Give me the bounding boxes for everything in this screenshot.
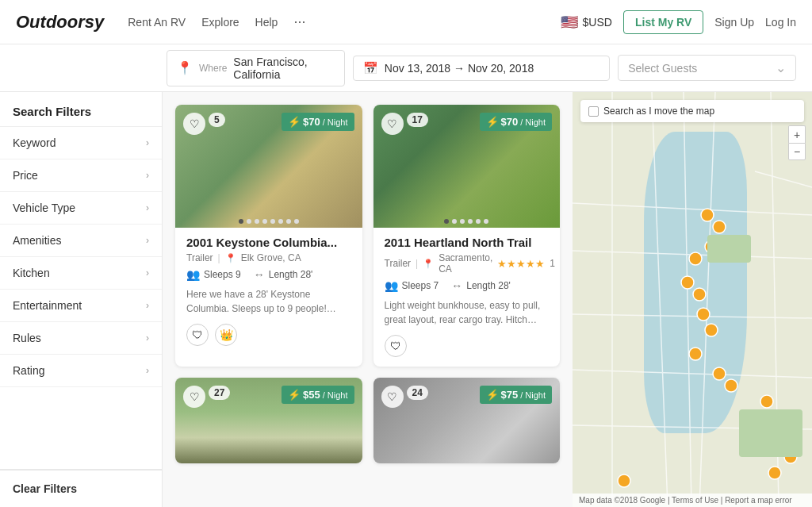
chevron-right-icon: › xyxy=(146,267,149,278)
filter-vehicle-type[interactable]: Vehicle Type › xyxy=(0,192,162,225)
filter-rating[interactable]: Rating › xyxy=(0,355,162,387)
svg-point-20 xyxy=(713,367,726,380)
map-footer: Map data ©2018 Google | Terms of Use | R… xyxy=(573,494,812,507)
filter-kitchen-label: Kitchen xyxy=(13,267,50,279)
length-icon-1: ↔ xyxy=(254,268,265,281)
filter-kitchen[interactable]: Kitchen › xyxy=(0,257,162,290)
svg-point-21 xyxy=(725,379,737,392)
map-background: Search as I move the map + − Map data ©2… xyxy=(573,92,812,507)
svg-point-18 xyxy=(705,324,718,336)
map-zoom-in[interactable]: + xyxy=(788,125,806,143)
price-badge-1: ⚡ $70 / Night xyxy=(282,113,354,131)
currency-label: $USD xyxy=(583,16,612,29)
clear-filters-button[interactable]: Clear Filters xyxy=(0,469,162,507)
svg-point-26 xyxy=(618,474,630,487)
nav-explore[interactable]: Explore xyxy=(201,16,239,29)
filter-rating-label: Rating xyxy=(13,364,44,377)
price-night-2: / Night xyxy=(520,117,546,127)
location-icon: 📍 xyxy=(177,60,193,75)
shield-badge-1: 🛡 xyxy=(186,324,209,346)
fav-count-3: 27 xyxy=(209,386,230,400)
logo[interactable]: Outdoorsy xyxy=(16,12,104,33)
filter-entertainment[interactable]: Entertainment › xyxy=(0,290,162,322)
bolt-icon-1: ⚡ xyxy=(288,116,301,128)
meta-sep-2: | xyxy=(416,258,418,269)
favorite-button-1[interactable]: ♡ xyxy=(183,113,205,135)
date-range-input[interactable]: 📅 Nov 13, 2018 → Nov 20, 2018 xyxy=(353,56,610,81)
header-right: 🇺🇸 $USD List My RV Sign Up Log In xyxy=(561,10,796,34)
card-desc-2: Light weight bunkhouse, easy to pull, gr… xyxy=(385,298,550,327)
fav-count-2: 17 xyxy=(407,113,428,127)
spec-sleeps-1: 👥 Sleeps 9 xyxy=(186,268,241,281)
log-in-link[interactable]: Log In xyxy=(765,16,796,29)
bolt-icon-3: ⚡ xyxy=(288,389,301,401)
main-layout: Search Filters Keyword › Price › Vehicle… xyxy=(0,92,812,507)
listing-grid: ♡ 5 ⚡ $70 / Night 2001 Keystone Columbia… xyxy=(163,92,573,507)
map-panel: Search as I move the map + − Map data ©2… xyxy=(573,92,812,507)
filter-rules-label: Rules xyxy=(13,332,41,344)
svg-line-3 xyxy=(755,171,812,187)
length-value-2: Length 28' xyxy=(466,280,511,291)
favorite-button-3[interactable]: ♡ xyxy=(183,386,205,408)
listing-card-3: ♡ 27 ⚡ $55 / Night xyxy=(175,378,362,463)
card-image-4: ♡ 24 ⚡ $75 / Night xyxy=(373,378,561,463)
filter-keyword[interactable]: Keyword › xyxy=(0,127,162,159)
fav-count-4: 24 xyxy=(407,386,428,400)
price-value-3: $55 xyxy=(303,389,320,401)
sidebar-title: Search Filters xyxy=(0,92,162,127)
svg-line-6 xyxy=(573,314,812,318)
svg-line-4 xyxy=(573,203,812,215)
favorite-button-4[interactable]: ♡ xyxy=(381,386,404,408)
card-badges-1: 🛡 👑 xyxy=(186,324,351,346)
nav-help[interactable]: Help xyxy=(255,16,278,29)
filter-rules[interactable]: Rules › xyxy=(0,322,162,355)
nav-more-icon[interactable]: ··· xyxy=(293,13,305,30)
flag-icon: 🇺🇸 xyxy=(561,13,578,31)
list-rv-button[interactable]: List My RV xyxy=(623,10,703,34)
map-search-checkbox[interactable] xyxy=(588,106,599,117)
filter-vehicle-type-label: Vehicle Type xyxy=(13,202,75,214)
sleeps-icon-2: 👥 xyxy=(385,279,398,292)
location-input[interactable]: 📍 Where San Francisco, California xyxy=(167,50,345,86)
price-night-4: / Night xyxy=(520,390,546,400)
filter-amenities-label: Amenities xyxy=(13,234,61,247)
currency-selector[interactable]: 🇺🇸 $USD xyxy=(561,13,612,31)
map-search-bar[interactable]: Search as I move the map xyxy=(580,100,804,122)
card-specs-2: 👥 Sleeps 7 ↔ Length 28' xyxy=(385,279,550,292)
listing-card-2: ♡ 17 ⚡ $70 / Night 2011 Heartland North … xyxy=(373,105,561,367)
card-type-2: Trailer xyxy=(385,258,412,269)
price-night-1: / Night xyxy=(323,117,348,127)
svg-point-14 xyxy=(689,252,702,265)
pin-icon-1: 📍 xyxy=(225,253,236,263)
svg-point-15 xyxy=(681,276,694,289)
filter-price[interactable]: Price › xyxy=(0,159,162,192)
clear-filters-label: Clear Filters xyxy=(13,482,77,495)
filter-amenities[interactable]: Amenities › xyxy=(0,225,162,257)
chevron-right-icon: › xyxy=(146,365,149,376)
map-zoom-out[interactable]: − xyxy=(788,143,806,160)
pin-icon-2: 📍 xyxy=(423,259,434,269)
card-image-2: ♡ 17 ⚡ $70 / Night xyxy=(373,105,561,228)
chevron-right-icon: › xyxy=(146,202,149,213)
nav-rent-rv[interactable]: Rent An RV xyxy=(128,16,186,29)
chevron-right-icon: › xyxy=(146,332,149,344)
guests-arrow-icon: ⌄ xyxy=(776,60,786,75)
card-badges-2: 🛡 xyxy=(385,335,550,357)
price-badge-4: ⚡ $75 / Night xyxy=(480,386,553,404)
card-desc-1: Here we have a 28' Keystone Columbia. Sl… xyxy=(186,287,351,316)
listing-card-1: ♡ 5 ⚡ $70 / Night 2001 Keystone Columbia… xyxy=(175,105,362,367)
sign-up-link[interactable]: Sign Up xyxy=(714,16,754,29)
shield-badge-2: 🛡 xyxy=(385,335,407,357)
svg-point-11 xyxy=(701,209,714,221)
svg-line-9 xyxy=(684,92,691,507)
guests-input[interactable]: Select Guests ⌄ xyxy=(618,55,796,81)
filter-keyword-label: Keyword xyxy=(13,136,56,149)
date-range-value: Nov 13, 2018 → Nov 20, 2018 xyxy=(385,62,534,75)
sleeps-value-1: Sleeps 9 xyxy=(204,269,241,280)
svg-point-16 xyxy=(693,288,706,301)
sleeps-icon-1: 👥 xyxy=(186,268,200,281)
search-bar: 📍 Where San Francisco, California 📅 Nov … xyxy=(0,44,812,92)
favorite-button-2[interactable]: ♡ xyxy=(381,113,404,135)
listing-card-4: ♡ 24 ⚡ $75 / Night xyxy=(373,378,561,463)
chevron-right-icon: › xyxy=(146,235,149,246)
